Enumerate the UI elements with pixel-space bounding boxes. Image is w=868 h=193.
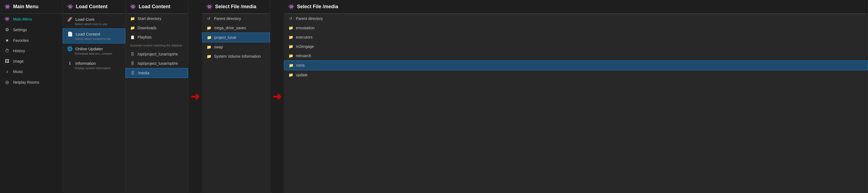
parent-dir-1-item[interactable]: ↺ Parent directory [202, 14, 270, 23]
select-file-1-header: 👾 Select File /media [202, 0, 270, 14]
settings-icon: ⚙ [4, 27, 10, 32]
update-icon: 📁 [288, 73, 293, 77]
favorites-icon: ★ [4, 38, 10, 43]
sidebar-item-settings[interactable]: ⚙ Settings [0, 24, 63, 35]
select-file-1-panel: 👾 Select File /media ↺ Parent directory … [202, 0, 270, 193]
information-label: Information [75, 61, 96, 65]
sidebar-item-favorites-label: Favorites [13, 38, 29, 43]
opt2-item[interactable]: 🗄 /opt/project_lunar/opt/re [126, 59, 188, 68]
playlists-item[interactable]: 📋 Playlists [126, 32, 188, 42]
online-updater-label: Online Updater [75, 47, 103, 51]
sidebar-item-history[interactable]: ⏱ History [0, 46, 63, 56]
sidebar-item-main-menu[interactable]: 👾 Main Menu [0, 14, 63, 24]
opt2-label: /opt/project_lunar/opt/re [137, 61, 178, 65]
m2engage-label: m2engage [296, 44, 314, 49]
content-list-panel: 👾 Load Content 📁 Start directory 📁 Downl… [126, 0, 188, 193]
sidebar-item-history-label: History [13, 49, 25, 53]
content-list-header-icon: 👾 [130, 4, 136, 10]
start-directory-label: Start directory [137, 17, 161, 21]
project-lunar-label: project_lunar [214, 35, 237, 39]
select-file-2-header: 👾 Select File /media [284, 0, 868, 14]
load-core-label: Load Core [75, 17, 94, 22]
roms-label: roms [296, 63, 305, 67]
downloads-item[interactable]: 📁 Downloads [126, 23, 188, 32]
media-icon: 🗄 [130, 71, 135, 75]
mega-drive-item[interactable]: 📁 mega_drive_saves [202, 23, 270, 32]
media-label: /media [138, 71, 149, 75]
media-item[interactable]: 🗄 /media [126, 68, 188, 78]
history-icon: ⏱ [4, 48, 10, 53]
information-item[interactable]: ℹ Information Display system information… [63, 58, 125, 73]
load-content-header-icon: 👾 [67, 4, 73, 10]
image-icon: 🖼 [4, 59, 10, 64]
parent-dir-2-item[interactable]: ↺ Parent directory [284, 14, 868, 23]
content-list-title: Load Content [139, 4, 170, 9]
select-file-2-panel: 👾 Select File /media ↺ Parent directory … [284, 0, 868, 193]
select-file-1-title: Select File /media [215, 4, 256, 9]
load-content-header: 👾 Load Content [63, 0, 125, 14]
load-content-title: Load Content [76, 4, 107, 9]
swap-label: swap [214, 45, 223, 49]
emustation-icon: 📁 [288, 26, 293, 30]
select-file-1-icon: 👾 [206, 4, 212, 10]
load-core-item[interactable]: 🚀 Load Core Select which core to use. [63, 14, 125, 28]
parent-dir-1-label: Parent directory [214, 17, 241, 21]
arrow-1: ➜ [190, 90, 200, 103]
downloads-label: Downloads [137, 26, 156, 30]
roms-item[interactable]: 📁 roms [284, 60, 868, 70]
scanned-content-text: Scanned content matching the databas [130, 44, 182, 47]
sidebar-item-music[interactable]: ♪ Music [0, 66, 63, 77]
executors-label: executors [296, 35, 313, 39]
executors-icon: 📁 [288, 35, 293, 39]
load-content-sub: Select which content to sta [67, 37, 121, 40]
content-list-header: 👾 Load Content [126, 0, 188, 14]
downloads-icon: 📁 [130, 26, 135, 30]
select-file-2-icon: 👾 [288, 4, 294, 10]
project-lunar-icon: 📁 [207, 35, 212, 39]
main-menu-header: 👾 Main Menu [0, 0, 63, 14]
sidebar-item-settings-label: Settings [13, 28, 27, 32]
opt2-icon: 🗄 [130, 61, 135, 65]
opt1-icon: 🗄 [130, 52, 135, 56]
retroarch-icon: 📁 [288, 54, 293, 58]
emustation-label: emustation [296, 26, 314, 30]
sys-vol-item[interactable]: 📁 System Volume Information [202, 52, 270, 61]
netplay-icon: ◎ [4, 80, 10, 85]
sidebar-item-image-label: Image [13, 59, 24, 63]
sidebar-item-netplay-label: Netplay Rooms [13, 80, 39, 84]
retroarch-label: retroarch [296, 54, 311, 58]
arrow-2: ➜ [272, 90, 282, 103]
swap-item[interactable]: 📁 swap [202, 43, 270, 52]
main-menu-item-icon: 👾 [4, 17, 10, 22]
sidebar-item-image[interactable]: 🖼 Image [0, 56, 63, 66]
online-updater-item[interactable]: 🌐 Online Updater Download add-ons, compo… [63, 44, 125, 58]
sidebar-item-netplay[interactable]: ◎ Netplay Rooms [0, 77, 63, 87]
m2engage-item[interactable]: 📁 m2engage [284, 42, 868, 51]
main-menu-panel: 👾 Main Menu 👾 Main Menu ⚙ Settings ★ Fav… [0, 0, 63, 193]
m2engage-icon: 📁 [288, 44, 293, 49]
emustation-item[interactable]: 📁 emustation [284, 23, 868, 32]
start-directory-item[interactable]: 📁 Start directory [126, 14, 188, 23]
update-label: update [296, 73, 308, 77]
sys-vol-label: System Volume Information [214, 54, 261, 58]
mega-drive-icon: 📁 [206, 26, 211, 30]
sidebar-item-music-label: Music [13, 70, 23, 74]
playlists-label: Playlists [137, 35, 152, 39]
parent-dir-1-icon: ↺ [206, 17, 211, 21]
load-content-panel: 👾 Load Content 🚀 Load Core Select which … [63, 0, 126, 193]
project-lunar-item[interactable]: 📁 project_lunar [202, 32, 270, 43]
retroarch-item[interactable]: 📁 retroarch [284, 51, 868, 60]
executors-item[interactable]: 📁 executors [284, 32, 868, 42]
online-updater-icon: 🌐 [67, 46, 72, 51]
sidebar-item-favorites[interactable]: ★ Favorites [0, 35, 63, 46]
load-core-icon: 🚀 [67, 17, 72, 22]
main-menu-icon: 👾 [4, 4, 10, 10]
opt1-label: /opt/project_lunar/opt/re [137, 52, 178, 56]
load-content-item[interactable]: 📄 Load Content Select which content to s… [63, 28, 125, 44]
sidebar-item-main-menu-label: Main Menu [13, 17, 32, 21]
playlists-icon: 📋 [130, 35, 135, 39]
update-item[interactable]: 📁 update [284, 70, 868, 80]
parent-dir-2-label: Parent directory [296, 17, 323, 21]
opt1-item[interactable]: 🗄 /opt/project_lunar/opt/re [126, 50, 188, 59]
parent-dir-2-icon: ↺ [288, 17, 293, 21]
